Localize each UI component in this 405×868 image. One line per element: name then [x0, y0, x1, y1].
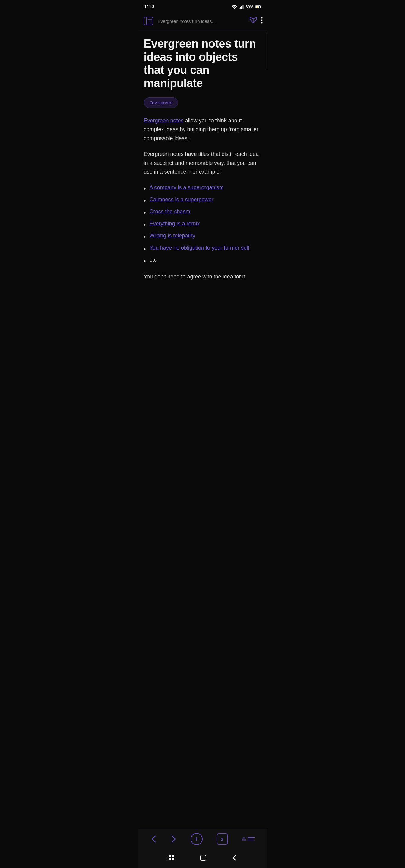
battery-percentage: 68% [245, 4, 253, 9]
list-item: • Everything is a remix [144, 219, 260, 230]
list-link-1[interactable]: A company is a superorganism [150, 183, 224, 192]
nav-title: Evergreen notes turn ideas... [158, 19, 246, 24]
bullet-dot: • [144, 256, 146, 266]
bullet-dot: • [144, 244, 146, 254]
list-item: • You have no obligation to your former … [144, 244, 260, 254]
home-button[interactable] [200, 855, 207, 863]
list-item: • etc [144, 255, 260, 266]
sidebar-toggle-button[interactable] [143, 16, 154, 27]
battery-icon: ⚡ [255, 5, 261, 9]
more-options-button[interactable] [261, 17, 263, 26]
list-link-2[interactable]: Calmness is a superpower [150, 195, 213, 204]
nav-back-button[interactable] [232, 854, 237, 863]
system-nav-bar [138, 849, 267, 868]
svg-rect-3 [241, 6, 242, 9]
bottom-toolbar: + 3 [138, 829, 267, 849]
svg-rect-22 [169, 855, 171, 857]
list-link-4[interactable]: Everything is a remix [150, 219, 200, 228]
content-wrapper: Evergreen notes turn ideas into objects … [138, 30, 267, 829]
paragraph-1: Evergreen notes allow you to think about… [144, 116, 260, 143]
svg-rect-23 [172, 855, 174, 857]
list-item: • A company is a superorganism [144, 183, 260, 193]
recents-button[interactable] [168, 855, 175, 863]
wifi-icon [232, 5, 237, 9]
bullet-dot: • [144, 232, 146, 242]
add-button[interactable]: + [191, 833, 203, 845]
main-content: Evergreen notes turn ideas into objects … [138, 30, 266, 829]
svg-rect-5 [243, 5, 244, 9]
svg-rect-25 [172, 858, 174, 860]
bullet-dot: • [144, 196, 146, 206]
list-item: • Calmness is a superpower [144, 195, 260, 206]
menu-button[interactable] [242, 836, 255, 842]
note-title: Evergreen notes turn ideas into objects … [144, 37, 260, 90]
count-button[interactable]: 3 [216, 833, 228, 845]
scroll-indicator [266, 30, 267, 829]
bullet-dot: • [144, 184, 146, 193]
count-label: 3 [221, 837, 223, 842]
list-item: • Cross the chasm [144, 207, 260, 218]
book-button[interactable] [250, 17, 257, 26]
bullet-list: • A company is a superorganism • Calmnes… [144, 183, 260, 266]
status-time: 1:13 [144, 4, 155, 10]
svg-rect-26 [201, 855, 206, 861]
svg-rect-24 [169, 858, 171, 860]
scroll-thumb [267, 33, 267, 69]
forward-button[interactable] [171, 835, 177, 844]
list-link-5[interactable]: Writing is telepathy [150, 231, 195, 240]
tag-evergreen[interactable]: #evergreen [144, 97, 178, 108]
bullet-dot: • [144, 208, 146, 218]
svg-text:⚡: ⚡ [256, 6, 258, 8]
add-icon: + [195, 835, 198, 843]
cutoff-text: You don't need to agree with the idea fo… [144, 273, 260, 284]
list-item: • Writing is telepathy [144, 231, 260, 242]
svg-point-0 [234, 8, 235, 9]
list-link-3[interactable]: Cross the chasm [150, 207, 190, 216]
list-item-etc: etc [150, 255, 157, 264]
svg-point-18 [243, 838, 244, 840]
status-bar: 1:13 68% ⚡ [138, 0, 267, 12]
svg-rect-4 [242, 5, 243, 9]
svg-rect-2 [240, 7, 241, 9]
signal-icon [239, 5, 244, 9]
list-link-6[interactable]: You have no obligation to your former se… [150, 244, 250, 252]
svg-rect-1 [239, 7, 239, 9]
tag-container: #evergreen [144, 97, 260, 108]
status-icons: 68% ⚡ [232, 4, 261, 9]
nav-bar: Evergreen notes turn ideas... [138, 12, 267, 30]
svg-point-15 [261, 20, 262, 21]
bullet-dot: • [144, 220, 146, 230]
svg-point-16 [261, 22, 262, 24]
back-button[interactable] [151, 835, 157, 844]
evergreen-notes-link[interactable]: Evergreen notes [144, 118, 184, 124]
svg-point-14 [261, 17, 262, 19]
paragraph-2: Evergreen notes have titles that distill… [144, 150, 260, 177]
